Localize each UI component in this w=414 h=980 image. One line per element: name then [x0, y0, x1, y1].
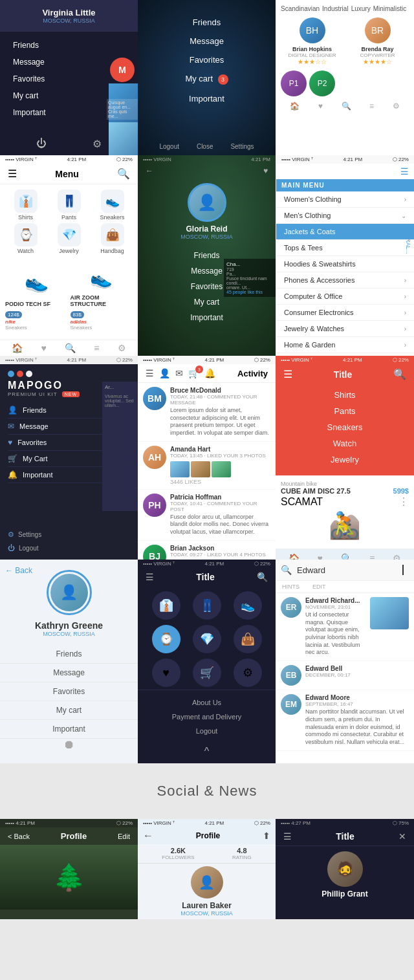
profile-brian[interactable]: BH Brian Hopkins Digital Designer ★★★☆☆ [281, 17, 343, 65]
menu-message[interactable]: Message [0, 664, 138, 682]
tab-edit[interactable]: EDIT [306, 581, 332, 593]
back-button[interactable]: ← Back [5, 566, 32, 575]
cat-hoodies[interactable]: Hoodies & Sweatshirts [276, 256, 414, 272]
menu-friends[interactable]: Friends [0, 645, 138, 664]
more-icon[interactable]: ♥ [263, 166, 268, 175]
product-podio[interactable]: 👟 PODIO TECH SF 124$ nike Sneakers [5, 262, 68, 331]
logout-link[interactable]: Logout [138, 724, 276, 738]
settings-icon[interactable]: ⚙ [393, 553, 401, 560]
hamburger-icon[interactable]: ☰ [283, 831, 292, 842]
more-icon[interactable]: ⋮ [398, 495, 409, 508]
notification-icon[interactable]: 🔔 [204, 368, 215, 378]
activity-item-patricia[interactable]: PH Patricia Hoffman TODAY, 10:41 · COMME… [138, 490, 276, 541]
power-icon[interactable]: ⏻ [36, 138, 47, 150]
product-airzoom[interactable]: 👟 AIR ZOOM STRUCTURE 83$ adidas Sneakers [71, 262, 133, 331]
filter-icon[interactable]: ≡ [94, 343, 99, 353]
menu-item-favorites[interactable]: Favorites [138, 50, 276, 69]
cat-shirts[interactable]: Shirts [276, 387, 414, 403]
hamburger-icon[interactable]: ☰ [146, 572, 154, 582]
hamburger-icon[interactable]: ☰ [146, 368, 154, 378]
settings-icon[interactable]: ⚙ [393, 102, 400, 111]
heart-icon[interactable]: ♥ [318, 102, 323, 111]
settings-icon[interactable]: ⚙ [93, 138, 102, 150]
search-input[interactable]: Edward [297, 565, 402, 575]
search-icon[interactable]: 🔍 [257, 572, 268, 582]
home-icon[interactable]: 🏠 [290, 102, 300, 111]
cat-electronics[interactable]: Consumer Electronics › [276, 305, 414, 321]
cat-watch[interactable]: Watch [276, 435, 414, 452]
category-shirts[interactable]: 👔 Shirts [5, 190, 46, 221]
logout-item[interactable]: ⏻ Logout [8, 541, 94, 554]
icon-item-cart[interactable]: 🛒 [189, 659, 224, 687]
search-icon[interactable]: 🔍 [393, 368, 406, 380]
share-icon[interactable]: ⬆ [263, 831, 270, 841]
home-icon[interactable]: 🏠 [12, 343, 23, 353]
cat-jewelry[interactable]: Jewelry & Watches › [276, 321, 414, 337]
category-handbag[interactable]: 👜 Handbag [92, 223, 133, 254]
search-icon[interactable]: 🔍 [342, 102, 351, 111]
home-icon[interactable]: 🏠 [289, 553, 300, 560]
cart-icon-badge[interactable]: 🛒3 [188, 368, 199, 378]
icon-item-heart[interactable]: ♥ [148, 659, 184, 687]
menu-mycart[interactable]: My cart [0, 701, 138, 720]
activity-item-amanda[interactable]: AH Amanda Hart TODAY, 13:45 · LIKED YOUR… [138, 442, 276, 490]
icon-item-settings[interactable]: ⚙ [230, 659, 265, 687]
heart-icon[interactable]: ♥ [41, 343, 46, 353]
category-sneakers[interactable]: 👟 Sneakers [92, 190, 133, 221]
icon-item-shirts[interactable]: 👔 [148, 591, 184, 620]
back-icon[interactable]: ← [143, 830, 153, 842]
back-icon[interactable]: ← [146, 166, 153, 175]
activity-item-brian[interactable]: BJ Brian Jackson TODAY, 09:27 · LIKED YO… [138, 541, 276, 560]
cat-tops[interactable]: Tops & Tees [276, 240, 414, 256]
hamburger-icon[interactable]: ☰ [283, 368, 292, 380]
heart-icon[interactable]: ♥ [318, 553, 323, 560]
profile-mini-2[interactable]: P2 [309, 71, 335, 96]
search-icon[interactable]: 🔍 [117, 168, 130, 180]
category-jewelry[interactable]: 💎 Jewelry [49, 223, 89, 254]
menu-important[interactable]: Important [138, 310, 276, 325]
cat-womens[interactable]: Women's Clothing › [276, 191, 414, 208]
icon-item-pants[interactable]: 👖 [189, 591, 224, 620]
chevron-up-icon[interactable]: ^ [138, 743, 276, 760]
cat-mens[interactable]: Men's Clothing ⌄ [276, 208, 414, 224]
cat-jewelry[interactable]: Jewelry [276, 452, 414, 468]
menu-item-friends[interactable]: Friends [138, 13, 276, 32]
payment-link[interactable]: Payment and Delivery [138, 710, 276, 724]
menu-item-message[interactable]: Message [138, 32, 276, 50]
about-link[interactable]: About Us [138, 695, 276, 710]
menu-item-friends[interactable]: Friends [0, 37, 138, 54]
profile-icon[interactable]: 👤 [159, 368, 170, 378]
search-icon[interactable]: 🔍 [65, 343, 76, 353]
menu-item-important[interactable]: Important [138, 89, 276, 108]
result-edward-moore[interactable]: EM Edward Moore SEPTEMBER, 16:47 Nam por… [276, 690, 414, 750]
cat-computer[interactable]: Computer & Office › [276, 289, 414, 305]
settings-item[interactable]: ⚙ Settings [8, 528, 94, 541]
icon-item-watch[interactable]: ⌚ [148, 625, 184, 653]
record-icon[interactable]: ⏺ [57, 732, 82, 758]
cat-home[interactable]: Home & Garden › [276, 337, 414, 353]
profile-mini-1[interactable]: P1 [281, 71, 307, 96]
category-pants[interactable]: 👖 Pants [49, 190, 89, 221]
search-icon[interactable]: 🔍 [341, 553, 352, 560]
hamburger-icon[interactable]: ☰ [400, 166, 409, 177]
settings-icon[interactable]: ⚙ [118, 343, 126, 353]
close-icon[interactable]: ✕ [398, 831, 406, 842]
activity-item-bruce[interactable]: BM Bruce McDonald TODAY, 21:48 · COMMENT… [138, 383, 276, 442]
cat-sneakers[interactable]: Sneakers [276, 419, 414, 435]
filter-icon[interactable]: ≡ [369, 102, 374, 111]
result-edward-richard[interactable]: ER Edward Richard... NOVEMBER, 23:01 Ut … [276, 593, 414, 661]
message-icon[interactable]: ✉ [175, 368, 183, 378]
menu-favorites[interactable]: Favorites [0, 682, 138, 701]
hamburger-icon[interactable]: ☰ [8, 168, 17, 180]
result-edward-bell[interactable]: EB Edward Bell DECEMBER, 00:17 [276, 661, 414, 690]
icon-item-sneakers[interactable]: 👟 [230, 591, 265, 620]
cat-jackets[interactable]: Jackets & Coats [276, 224, 414, 240]
icon-item-jewelry[interactable]: 💎 [189, 625, 224, 653]
cat-pants[interactable]: Pants [276, 403, 414, 419]
icon-item-handbag[interactable]: 👜 [230, 625, 265, 653]
category-watch[interactable]: ⌚ Watch [5, 223, 46, 254]
back-button[interactable]: < Back [8, 833, 30, 840]
edit-button[interactable]: Edit [118, 833, 130, 840]
cat-phones[interactable]: Phones & Accessories › [276, 272, 414, 289]
filter-icon[interactable]: ≡ [369, 553, 375, 560]
